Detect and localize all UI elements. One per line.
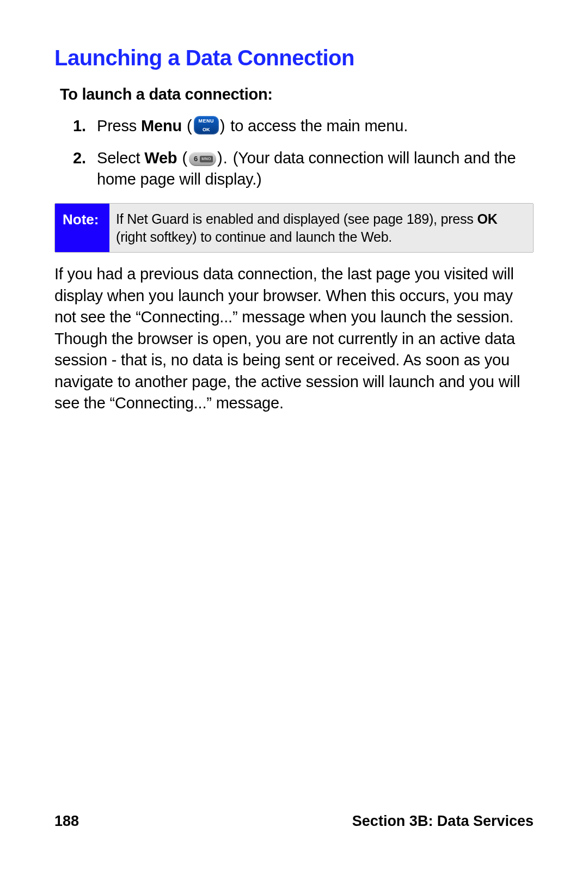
- open-paren-1: (: [182, 117, 193, 134]
- step-2: Select Web (). (Your data connection wil…: [97, 148, 534, 190]
- note-label: Note:: [55, 204, 109, 252]
- section-label: Section 3B: Data Services: [352, 813, 534, 830]
- close-paren-2: ).: [217, 149, 233, 167]
- manual-page: Launching a Data Connection To launch a …: [0, 0, 588, 882]
- step-2-bold: Web: [144, 149, 177, 167]
- six-mno-key-icon: [189, 152, 216, 166]
- step-1-pre: Press: [97, 117, 141, 134]
- page-number: 188: [54, 813, 79, 830]
- step-list: Press Menu () to access the main menu. S…: [54, 115, 534, 190]
- page-title: Launching a Data Connection: [54, 46, 534, 70]
- note-callout: Note: If Net Guard is enabled and displa…: [54, 203, 534, 253]
- body-paragraph: If you had a previous data connection, t…: [54, 264, 534, 414]
- step-1-post: to access the main menu.: [230, 117, 408, 134]
- step-2-pre: Select: [97, 149, 144, 167]
- step-1-bold: Menu: [141, 117, 182, 134]
- step-1: Press Menu () to access the main menu.: [97, 115, 534, 137]
- note-text-pre: If Net Guard is enabled and displayed (s…: [116, 211, 477, 226]
- note-text-post: (right softkey) to continue and launch t…: [116, 229, 392, 244]
- intro-heading: To launch a data connection:: [60, 85, 534, 103]
- page-footer: 188 Section 3B: Data Services: [54, 813, 534, 830]
- close-paren-1: ): [220, 117, 231, 134]
- menu-ok-key-icon: [194, 116, 219, 134]
- note-ok-bold: OK: [477, 211, 497, 226]
- note-body: If Net Guard is enabled and displayed (s…: [109, 204, 533, 252]
- open-paren-2: (: [177, 149, 188, 167]
